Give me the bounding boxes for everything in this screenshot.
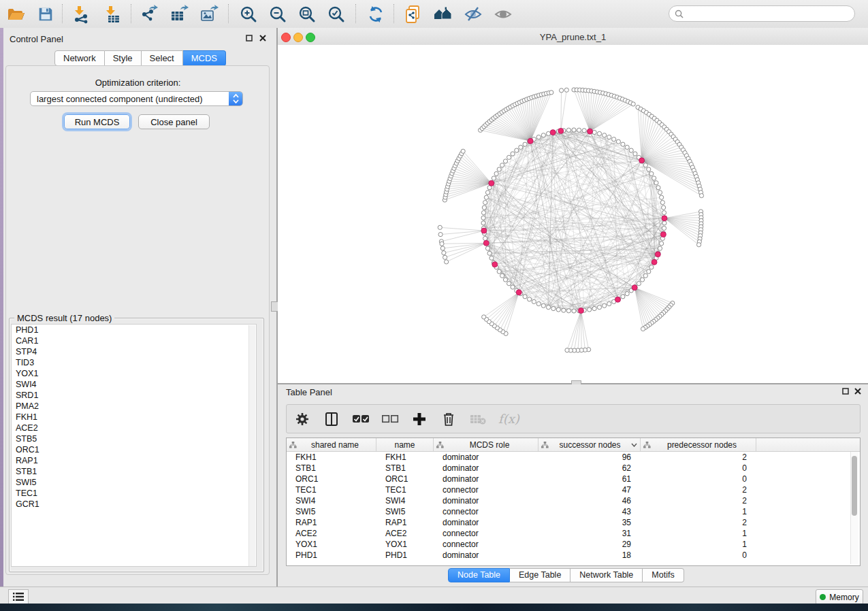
column-header-shared-name[interactable]: shared name [287,438,376,451]
memory-button[interactable]: Memory [816,589,863,605]
toolbar-separator [62,4,63,23]
search-icon [675,10,684,18]
table-scrollbar-thumb[interactable] [852,456,857,516]
zoom-in-icon[interactable] [238,4,259,24]
node-table: shared name name MCDS role successor nod… [286,437,861,566]
close-panel-icon[interactable] [259,34,266,42]
clone-network-icon[interactable] [403,4,423,24]
table-row[interactable]: TEC1 TEC1 connector 47 2 [287,484,860,495]
table-row[interactable]: RAP1 RAP1 dominator 35 2 [287,517,860,528]
mcds-result-item[interactable]: STB5 [12,433,256,444]
table-header-row: shared name name MCDS role successor nod… [287,438,860,452]
zoom-fit-icon[interactable] [297,4,317,24]
export-image-icon[interactable] [199,4,219,24]
select-all-rows-icon[interactable] [352,410,370,428]
tab-node-table[interactable]: Node Table [448,568,510,582]
table-row[interactable]: ORC1 ORC1 dominator 61 0 [287,474,860,484]
export-network-icon[interactable] [139,4,159,24]
mcds-result-item[interactable]: RAP1 [12,455,256,466]
table-tabs: Node Table Edge Table Network Table Moti… [448,568,684,582]
column-header-mcds-role[interactable]: MCDS role [434,438,539,451]
delete-column-icon[interactable] [440,410,457,428]
sort-desc-icon [631,443,637,447]
column-selector-icon[interactable] [323,410,340,428]
zoom-selected-icon[interactable] [326,4,347,24]
control-panel-title: Control Panel [10,34,63,44]
network-column-icon [436,442,444,448]
tab-motifs[interactable]: Motifs [643,568,684,582]
zoom-out-icon[interactable] [268,4,288,24]
mcds-result-item[interactable]: SWI4 [12,379,256,390]
column-header-name[interactable]: name [376,438,434,451]
mcds-result-item[interactable]: ACE2 [12,423,256,433]
main-toolbar [0,0,868,29]
table-row[interactable]: STB1 STB1 dominator 62 0 [287,463,860,474]
criterion-dropdown[interactable]: largest connected component (undirected) [30,91,243,106]
network-canvas[interactable] [278,45,868,383]
mcds-result-item[interactable]: TEC1 [12,488,256,499]
mcds-result-item[interactable]: GCR1 [12,499,256,510]
mcds-result-list[interactable]: PHD1CAR1STP4TID3YOX1SWI4SRD1PMA2FKH1ACE2… [11,324,257,567]
search-input[interactable] [687,8,854,19]
control-panel-tabs: Network Style Select MCDS [54,50,226,66]
column-header-successor-nodes[interactable]: successor nodes [539,438,641,451]
mcds-result-item[interactable]: SRD1 [12,390,256,401]
desktop-wallpaper-bottom [0,604,868,611]
tab-edge-table[interactable]: Edge Table [510,568,570,582]
close-panel-button[interactable]: Close panel [138,114,210,129]
tab-network-table[interactable]: Network Table [570,568,643,582]
table-row[interactable]: FKH1 FKH1 dominator 96 2 [287,452,860,463]
mcds-result-item[interactable]: ORC1 [12,444,256,455]
home-views-icon[interactable] [433,4,453,24]
status-bar [0,587,868,604]
float-table-panel-icon[interactable] [841,387,849,395]
mcds-result-item[interactable]: PHD1 [12,325,256,335]
table-toolbar: f(x) [286,404,861,433]
save-session-icon[interactable] [35,4,56,24]
column-header-predecessor-nodes[interactable]: predecessor nodes [641,438,756,451]
tab-select[interactable]: Select [142,50,183,66]
table-settings-icon[interactable] [293,410,311,428]
result-list-scrollbar[interactable] [248,325,255,567]
export-table-icon[interactable] [169,4,189,24]
task-history-button[interactable] [8,589,29,604]
tab-style[interactable]: Style [105,50,142,66]
refresh-layout-icon[interactable] [366,4,386,24]
apply-function-icon: f(x) [498,412,519,426]
add-column-icon[interactable] [411,410,428,428]
mcds-result-item[interactable]: YOX1 [12,368,256,379]
control-panel: Control Panel Network Style Select MCDS … [3,28,276,587]
optimization-criterion-label: Optimization criterion: [3,78,272,88]
open-session-icon[interactable] [5,4,26,24]
mcds-result-item[interactable]: SWI5 [12,477,256,488]
table-row[interactable]: PHD1 PHD1 dominator 18 0 [287,550,860,561]
toolbar-separator [393,4,394,23]
mcds-result-item[interactable]: TID3 [12,357,256,368]
tab-network[interactable]: Network [54,50,105,66]
mcds-result-item[interactable]: FKH1 [12,412,256,423]
run-mcds-button[interactable]: Run MCDS [64,114,130,129]
float-panel-icon[interactable] [245,34,253,42]
search-field[interactable] [669,5,855,22]
import-table-icon[interactable] [102,4,123,24]
table-row[interactable]: SWI5 SWI5 connector 43 1 [287,506,860,517]
close-table-panel-icon[interactable] [854,387,861,395]
toolbar-separator [131,4,131,23]
table-row[interactable]: ACE2 ACE2 connector 31 1 [287,528,860,539]
mcds-result-title: MCDS result (17 nodes) [14,313,114,323]
hide-graphics-details-icon[interactable] [463,4,483,24]
table-scrollbar[interactable] [850,452,858,564]
deselect-all-rows-icon[interactable] [381,410,399,428]
mcds-result-item[interactable]: STB1 [12,466,256,477]
mcds-result-item[interactable]: PMA2 [12,401,256,412]
table-row[interactable]: YOX1 YOX1 connector 29 1 [287,539,860,550]
mcds-result-item[interactable]: CAR1 [12,335,256,346]
table-row[interactable]: SWI4 SWI4 dominator 46 2 [287,495,860,506]
toolbar-separator [228,4,229,23]
delete-table-icon [469,410,487,428]
tab-mcds[interactable]: MCDS [183,50,226,66]
network-graph [278,45,868,383]
show-graphics-details-icon[interactable] [493,4,513,24]
mcds-result-item[interactable]: STP4 [12,346,256,357]
import-network-icon[interactable] [71,4,91,24]
